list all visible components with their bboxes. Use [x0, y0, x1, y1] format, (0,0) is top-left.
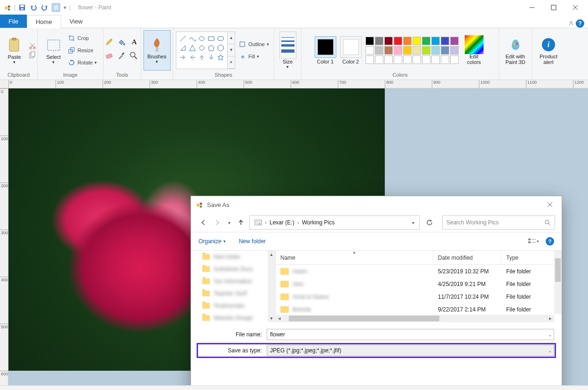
resize-button[interactable]: Resize: [65, 45, 99, 56]
help-icon[interactable]: ?: [546, 237, 554, 246]
tree-scrollbar[interactable]: ▲▼: [268, 251, 275, 322]
color-swatch[interactable]: [366, 56, 374, 64]
dropdown-icon[interactable]: ⌄: [548, 332, 552, 337]
list-vscrollbar[interactable]: [554, 251, 562, 314]
list-item[interactable]: Amal & Dyana11/7/2017 10:24 PMFile folde…: [276, 290, 562, 303]
bucket-icon[interactable]: [117, 38, 127, 49]
eraser-icon[interactable]: [105, 51, 115, 63]
selection-tool-icon[interactable]: [52, 3, 60, 12]
edit-colors-button[interactable]: Edit colors: [462, 31, 486, 70]
color-swatch[interactable]: [375, 56, 383, 64]
view-options-button[interactable]: ▾: [528, 236, 539, 247]
dropdown-icon[interactable]: ⌄: [548, 348, 552, 353]
list-hscrollbar[interactable]: ◄►: [276, 315, 554, 322]
document-title: flower - Paint: [78, 4, 111, 11]
color-swatch[interactable]: [422, 37, 430, 45]
color-swatch[interactable]: [441, 46, 449, 55]
color-swatch[interactable]: [394, 37, 402, 45]
close-button[interactable]: [564, 0, 586, 15]
breadcrumb-folder[interactable]: Working Pics: [299, 216, 338, 229]
color-swatch[interactable]: [413, 37, 421, 45]
shapes-scrollbar[interactable]: ▲▼▾: [227, 32, 235, 69]
organize-button[interactable]: Organize ▾: [199, 238, 226, 245]
color1-button[interactable]: [315, 36, 336, 58]
color-swatch[interactable]: [422, 56, 430, 64]
color-swatch[interactable]: [441, 37, 449, 45]
new-folder-button[interactable]: New folder: [239, 238, 266, 245]
paste-button[interactable]: Paste▾: [1, 31, 28, 70]
list-item[interactable]: Adam5/23/2019 10:32 PMFile folder: [276, 265, 562, 278]
minimize-button[interactable]: [521, 0, 543, 15]
breadcrumb-drive[interactable]: Lexar (E:): [267, 216, 297, 229]
color-swatch[interactable]: [422, 46, 430, 55]
rotate-button[interactable]: Rotate ▾: [65, 57, 99, 68]
color-swatch[interactable]: [441, 56, 449, 64]
tab-file[interactable]: File: [0, 15, 27, 28]
color-swatch[interactable]: [431, 46, 440, 55]
color-swatch[interactable]: [384, 46, 393, 55]
color-swatch[interactable]: [366, 37, 374, 45]
color-swatch[interactable]: [413, 56, 421, 64]
close-icon[interactable]: [543, 198, 557, 212]
list-item[interactable]: Brenda9/22/2017 2:14 PMFile folder: [276, 303, 562, 316]
select-button[interactable]: Select▾: [42, 31, 65, 70]
color-swatch[interactable]: [403, 56, 412, 64]
shape-outline-button[interactable]: Outline ▾: [236, 39, 271, 49]
paint3d-button[interactable]: Edit with Paint 3D: [502, 31, 529, 70]
save-icon[interactable]: [18, 3, 26, 12]
shape-fill-button[interactable]: Fill ▾: [236, 51, 271, 62]
refresh-button[interactable]: [422, 215, 437, 230]
crop-button[interactable]: Crop: [65, 33, 99, 43]
magnifier-icon[interactable]: [129, 51, 140, 63]
color-palette[interactable]: [366, 37, 459, 64]
list-item[interactable]: Alex4/25/2019 9:21 PMFile folder: [276, 278, 562, 290]
filename-input[interactable]: flower⌄: [267, 329, 554, 340]
address-dropdown-icon[interactable]: ▾: [409, 220, 417, 225]
color-swatch[interactable]: [366, 46, 374, 55]
up-button[interactable]: [235, 217, 246, 228]
color-swatch[interactable]: [403, 37, 412, 45]
file-list[interactable]: ▲Name Date modified Type Adam5/23/2019 1…: [276, 251, 562, 322]
redo-icon[interactable]: [40, 3, 49, 12]
tab-view[interactable]: View: [61, 15, 91, 28]
history-dropdown-icon[interactable]: ▾: [226, 217, 232, 228]
color-swatch[interactable]: [384, 37, 393, 45]
brushes-button[interactable]: Brushes▾: [143, 30, 171, 71]
color-swatch[interactable]: [450, 37, 459, 45]
collapse-ribbon-icon[interactable]: ᐱ: [569, 20, 573, 27]
color-swatch[interactable]: [394, 46, 402, 55]
color-swatch[interactable]: [384, 56, 393, 64]
canvas-area[interactable]: Save As ▾ › Lexar (E:) › Working Pics ▾: [8, 88, 588, 385]
copy-icon[interactable]: [29, 51, 36, 59]
size-button[interactable]: Size▾: [277, 31, 299, 70]
back-button[interactable]: [198, 217, 209, 228]
color-swatch[interactable]: [450, 56, 459, 64]
column-headers[interactable]: ▲Name Date modified Type: [276, 251, 562, 265]
folder-tree[interactable]: New folder Substitute Docs Tax Informati…: [191, 251, 276, 322]
maximize-button[interactable]: [543, 0, 564, 15]
address-bar[interactable]: › Lexar (E:) › Working Pics ▾: [249, 215, 420, 230]
undo-icon[interactable]: [29, 3, 38, 12]
color-swatch[interactable]: [403, 46, 412, 55]
tab-home[interactable]: Home: [27, 15, 61, 28]
text-icon[interactable]: A: [129, 38, 140, 49]
eyedropper-icon[interactable]: [117, 51, 127, 63]
color2-button[interactable]: [340, 36, 362, 58]
product-alert-button[interactable]: i Product alert: [535, 31, 562, 70]
forward-button[interactable]: [212, 217, 223, 228]
shapes-gallery[interactable]: ▲▼▾: [176, 32, 228, 69]
color-swatch[interactable]: [431, 56, 440, 64]
qa-dropdown-icon[interactable]: ▾: [64, 4, 66, 11]
color-swatch[interactable]: [394, 56, 402, 64]
color-swatch[interactable]: [375, 37, 383, 45]
cut-icon[interactable]: [29, 42, 36, 49]
color-swatch[interactable]: [375, 46, 383, 55]
color-swatch[interactable]: [431, 37, 440, 45]
help-icon[interactable]: ?: [576, 19, 584, 28]
color-swatch[interactable]: [450, 46, 459, 55]
ribbon: Paste▾ Clipboard Select▾ Crop Resize Rot…: [0, 28, 588, 80]
color-swatch[interactable]: [413, 46, 421, 55]
search-input[interactable]: Search Working Pics: [442, 215, 555, 230]
pencil-icon[interactable]: [105, 38, 115, 49]
savetype-combo[interactable]: JPEG (*.jpg;*.jpeg;*.jpe;*.jfif)⌄: [267, 345, 554, 356]
